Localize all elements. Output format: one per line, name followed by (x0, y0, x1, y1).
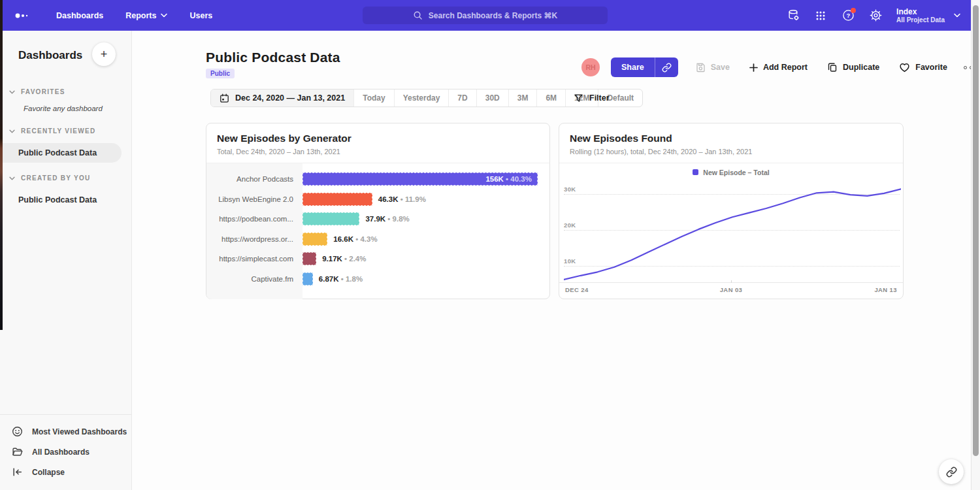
bar-category-label: https://simplecast.com (206, 255, 302, 263)
chevron-down-icon (954, 13, 960, 18)
bar-category-label: https://wordpress.or... (206, 235, 302, 243)
most-viewed-dashboards-button[interactable]: Most Viewed Dashboards (0, 421, 131, 442)
chart-card-new-episodes-found: New Episodes Found Rolling (12 hours), t… (559, 123, 904, 299)
preset-6m[interactable]: 6M (536, 90, 565, 106)
footer-item-label: All Dashboards (32, 448, 90, 457)
section-label: FAVORITES (21, 88, 65, 95)
bar-category-label: Libsyn WebEngine 2.0 (206, 195, 302, 203)
x-axis: DEC 24 JAN 03 JAN 13 (559, 282, 903, 296)
bar-wordpress[interactable]: 16.6K • 4.3% (302, 233, 327, 246)
chart-title: New Episodes by Generator (217, 133, 539, 144)
preset-yesterday[interactable]: Yesterday (394, 90, 449, 106)
chart-subtitle: Rolling (12 hours), total, Dec 24th, 202… (570, 148, 892, 155)
scrollbar-thumb[interactable] (973, 5, 979, 456)
sidebar-item-public-podcast-data-created[interactable]: Public Podcast Data (0, 190, 131, 210)
duplicate-button[interactable]: Duplicate (827, 62, 879, 73)
bar-track: 16.6K • 4.3% 16.6K • 4.3% (302, 233, 546, 246)
scrollbar-track (971, 0, 980, 490)
favorite-button[interactable]: Favorite (899, 62, 947, 73)
line-chart-plot: 30K 20K 10K (564, 178, 900, 282)
bar-value-label: 37.9K • 9.8% (365, 215, 409, 223)
footer-item-label: Collapse (32, 468, 65, 477)
logo-dots-icon (14, 10, 31, 21)
bar-category-label: https://podbean.com... (206, 215, 302, 223)
bar-anchor-podcasts[interactable]: 156K • 40.3% (302, 172, 538, 186)
add-dashboard-button[interactable]: + (92, 42, 116, 66)
line-series[interactable] (564, 178, 901, 282)
favorites-empty-text: Favorite any dashboard (24, 105, 131, 112)
collapse-sidebar-button[interactable]: Collapse (0, 462, 131, 482)
preset-3m[interactable]: 3M (508, 90, 537, 106)
search-icon (413, 10, 423, 20)
nav-item-label: Dashboards (56, 11, 103, 20)
preset-7d[interactable]: 7D (448, 90, 476, 106)
x-tick-jan13: JAN 13 (874, 286, 897, 293)
search-placeholder: Search Dashboards & Reports ⌘K (429, 11, 557, 20)
share-button[interactable]: Share (611, 57, 678, 77)
svg-text:?: ? (846, 12, 850, 19)
bar-track: 6.87K • 1.8% 6.87K • 1.8% (302, 272, 546, 286)
bar-libsyn[interactable]: 46.3K • 11.9% (302, 193, 372, 206)
help-icon[interactable]: ? (841, 9, 855, 22)
calendar-icon (220, 93, 229, 103)
date-range-picker[interactable]: Dec 24, 2020 — Jan 13, 2021 (211, 90, 353, 106)
save-button[interactable]: Save (695, 62, 730, 73)
bar-category-label: Anchor Podcasts (206, 175, 302, 183)
link-icon (662, 63, 672, 73)
heart-icon (899, 62, 910, 73)
add-report-button[interactable]: Add Report (749, 63, 808, 72)
section-recently-viewed[interactable]: RECENTLY VIEWED (9, 127, 131, 135)
app-logo-icon[interactable] (14, 10, 38, 21)
section-created-by-you[interactable]: CREATED BY YOU (9, 174, 131, 182)
nav-item-users[interactable]: Users (189, 11, 212, 20)
bar-track: 37.9K • 9.8% 37.9K • 9.8% (302, 212, 546, 225)
notification-badge (851, 8, 856, 13)
copy-link-floating-button[interactable] (939, 459, 964, 484)
chevron-down-icon (9, 176, 15, 180)
bar-track: 46.3K • 11.9% 46.3K • 11.9% (302, 193, 546, 206)
data-settings-icon[interactable] (787, 9, 800, 22)
section-favorites[interactable]: FAVORITES (9, 88, 131, 95)
folder-icon (12, 446, 23, 457)
sidebar-item-public-podcast-data[interactable]: Public Podcast Data (0, 143, 122, 163)
chart-card-new-episodes-by-generator: New Episodes by Generator Total, Dec 24t… (206, 123, 550, 299)
chart-legend[interactable]: New Episode – Total (559, 163, 903, 178)
nav-item-reports[interactable]: Reports (125, 11, 167, 20)
dashboard-actions: RH Share Save Add Report (581, 57, 979, 77)
x-axis-tick (731, 280, 732, 283)
all-dashboards-button[interactable]: All Dashboards (0, 442, 131, 462)
bar-simplecast[interactable]: 9.17K • 2.4% (302, 252, 316, 265)
bar-track: 9.17K • 2.4% 9.17K • 2.4% (302, 252, 546, 265)
gear-icon[interactable] (869, 9, 882, 22)
filter-label: Filter (589, 93, 610, 103)
bar-row: https://wordpress.or... 16.6K • 4.3% 16.… (206, 229, 549, 250)
favorite-label: Favorite (915, 63, 947, 72)
bar-podbean[interactable]: 37.9K • 9.8% (302, 212, 359, 225)
section-label: CREATED BY YOU (21, 174, 91, 182)
app-grid-icon[interactable] (814, 9, 827, 22)
sidebar: Dashboards + FAVORITES Favorite any dash… (0, 31, 132, 490)
project-switcher[interactable]: Index All Project Data (896, 7, 960, 24)
search-input[interactable]: Search Dashboards & Reports ⌘K (363, 7, 608, 24)
bar-track: 156K • 40.3% 156K • 40.3% (302, 172, 546, 186)
date-range-label: Dec 24, 2020 — Jan 13, 2021 (235, 93, 345, 103)
chart-subtitle: Total, Dec 24th, 2020 – Jan 13th, 2021 (217, 148, 539, 155)
bar-value-label: 6.87K • 1.8% (319, 275, 363, 283)
preset-30d[interactable]: 30D (476, 90, 508, 106)
bar-row: Libsyn WebEngine 2.0 46.3K • 11.9% 46.3K… (206, 189, 549, 210)
share-link-button[interactable] (655, 57, 678, 77)
smiley-icon (12, 426, 23, 437)
collapse-icon (12, 466, 23, 478)
duplicate-icon (827, 62, 838, 73)
sidebar-title: Dashboards (18, 49, 82, 62)
nav-item-label: Reports (125, 11, 156, 20)
main-content: Public Podcast Data Public RH Share Save (132, 31, 980, 490)
preset-today[interactable]: Today (353, 90, 393, 106)
share-button-label[interactable]: Share (611, 57, 655, 77)
bar-captivate[interactable]: 6.87K • 1.8% (302, 272, 313, 286)
bar-value-label: 9.17K • 2.4% (322, 255, 366, 263)
filter-button[interactable]: Filter (574, 89, 610, 107)
nav-item-dashboards[interactable]: Dashboards (56, 11, 103, 20)
avatar[interactable]: RH (581, 58, 600, 76)
public-badge: Public (206, 69, 235, 78)
